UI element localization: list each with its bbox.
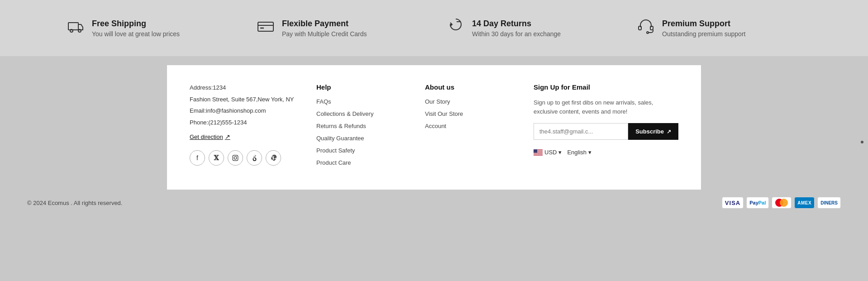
visa-label: VISA xyxy=(725,200,740,206)
premium-support-text: Premium Support Outstanding premium supp… xyxy=(662,19,745,38)
flexible-payment-title: Flexible Payment xyxy=(282,19,367,29)
help-link-product-care[interactable]: Product Care xyxy=(316,159,407,166)
svg-rect-3 xyxy=(258,22,273,31)
help-link-returns-refunds[interactable]: Returns & Refunds xyxy=(316,123,407,129)
help-heading: Help xyxy=(316,83,407,91)
subscribe-button[interactable]: Subscribe ↗ xyxy=(628,123,678,140)
returns-text: 14 Day Returns Within 30 days for an exc… xyxy=(472,19,561,38)
pinterest-icon[interactable] xyxy=(266,150,281,166)
paypal-payment-icon: PayPal xyxy=(746,197,769,209)
feature-flexible-payment: Flexible Payment Pay with Multiple Credi… xyxy=(244,14,434,43)
currency-selector[interactable]: USD ▾ xyxy=(534,149,562,156)
language-selector[interactable]: English ▾ xyxy=(567,149,591,156)
facebook-icon[interactable]: f xyxy=(190,150,205,166)
footer-email-column: Sign Up for Email Sign up to get first d… xyxy=(534,83,678,171)
footer-wrapper: Address:1234 Fashion Street, Suite 567,N… xyxy=(0,56,868,190)
free-shipping-subtitle: You will love at great low prices xyxy=(92,30,180,38)
returns-title: 14 Day Returns xyxy=(472,19,561,29)
social-icons: f 𝕏 xyxy=(190,150,298,166)
address-line1: Address:1234 xyxy=(190,83,298,92)
svg-rect-9 xyxy=(233,155,238,161)
visa-payment-icon: VISA xyxy=(722,197,744,209)
svg-point-11 xyxy=(237,156,237,157)
amex-payment-icon: AMEX xyxy=(794,197,815,209)
address-line2: Fashion Street, Suite 567,New York, NY xyxy=(190,95,298,104)
svg-rect-0 xyxy=(68,23,78,30)
copyright-text: © 2024 Ecomus . All rights reserved. xyxy=(27,200,122,206)
svg-point-8 xyxy=(647,32,649,33)
payment-icons: VISA PayPal AMEX DINERS xyxy=(722,197,841,209)
free-shipping-title: Free Shipping xyxy=(92,19,180,29)
help-link-collections-delivery[interactable]: Collections & Delivery xyxy=(316,110,407,117)
svg-rect-19 xyxy=(534,149,537,153)
language-arrow: ▾ xyxy=(588,149,591,156)
mastercard-payment-icon xyxy=(772,197,792,209)
returns-icon xyxy=(448,18,464,38)
email-signup-form: Subscribe ↗ xyxy=(534,123,678,140)
flexible-payment-subtitle: Pay with Multiple Credit Cards xyxy=(282,30,367,38)
locale-row: USD ▾ English ▾ xyxy=(534,149,678,156)
svg-point-1 xyxy=(70,29,73,32)
get-direction-link[interactable]: Get direction ↗ xyxy=(190,133,230,140)
bottom-bar: © 2024 Ecomus . All rights reserved. VIS… xyxy=(0,190,868,216)
help-link-quality-guarantee[interactable]: Quality Guarantee xyxy=(316,135,407,142)
premium-support-subtitle: Outstanding premium support xyxy=(662,30,745,38)
subscribe-label: Subscribe xyxy=(635,128,664,135)
about-link-visit-store[interactable]: Visit Our Store xyxy=(425,110,515,117)
about-link-our-story[interactable]: Our Story xyxy=(425,98,515,105)
premium-support-icon xyxy=(638,18,654,38)
get-direction-arrow: ↗ xyxy=(225,133,230,140)
diners-label: DINERS xyxy=(820,200,838,205)
svg-rect-17 xyxy=(534,153,543,154)
email-signup-heading: Sign Up for Email xyxy=(534,83,678,91)
twitter-icon[interactable]: 𝕏 xyxy=(209,150,224,166)
footer-address-column: Address:1234 Fashion Street, Suite 567,N… xyxy=(190,83,298,171)
email-input[interactable] xyxy=(534,123,628,140)
svg-rect-16 xyxy=(534,152,543,153)
free-shipping-icon xyxy=(67,18,84,38)
svg-point-10 xyxy=(234,157,237,159)
feature-free-shipping: Free Shipping You will love at great low… xyxy=(54,14,244,43)
tiktok-icon[interactable] xyxy=(247,150,262,166)
flexible-payment-icon xyxy=(258,20,274,37)
language-label: English xyxy=(567,149,587,156)
feature-14-day-returns: 14 Day Returns Within 30 days for an exc… xyxy=(434,14,624,43)
us-flag-icon xyxy=(534,149,543,156)
free-shipping-text: Free Shipping You will love at great low… xyxy=(92,19,180,38)
about-link-account[interactable]: Account xyxy=(425,123,515,129)
get-direction-label: Get direction xyxy=(190,133,223,140)
footer-help-column: Help FAQs Collections & Delivery Returns… xyxy=(316,83,407,171)
currency-label: USD xyxy=(544,149,557,156)
features-bar: Free Shipping You will love at great low… xyxy=(0,0,868,56)
subscribe-arrow: ↗ xyxy=(667,129,671,135)
footer: Address:1234 Fashion Street, Suite 567,N… xyxy=(167,65,701,190)
help-link-faqs[interactable]: FAQs xyxy=(316,98,407,105)
help-link-product-safety[interactable]: Product Safety xyxy=(316,147,407,154)
address-phone: Phone:(212)555-1234 xyxy=(190,118,298,127)
returns-subtitle: Within 30 days for an exchange xyxy=(472,30,561,38)
feature-premium-support: Premium Support Outstanding premium supp… xyxy=(624,14,814,43)
email-signup-description: Sign up to get first dibs on new arrival… xyxy=(534,98,678,116)
svg-point-2 xyxy=(78,29,81,32)
currency-arrow: ▾ xyxy=(558,149,562,156)
about-heading: About us xyxy=(425,83,515,91)
premium-support-title: Premium Support xyxy=(662,19,745,29)
diners-payment-icon: DINERS xyxy=(817,197,841,209)
address-email: Email:info@fashionshop.com xyxy=(190,106,298,115)
amex-label: AMEX xyxy=(797,200,811,205)
instagram-icon[interactable] xyxy=(228,150,243,166)
svg-rect-18 xyxy=(534,154,543,155)
footer-about-column: About us Our Story Visit Our Store Accou… xyxy=(425,83,515,171)
flexible-payment-text: Flexible Payment Pay with Multiple Credi… xyxy=(282,19,367,38)
